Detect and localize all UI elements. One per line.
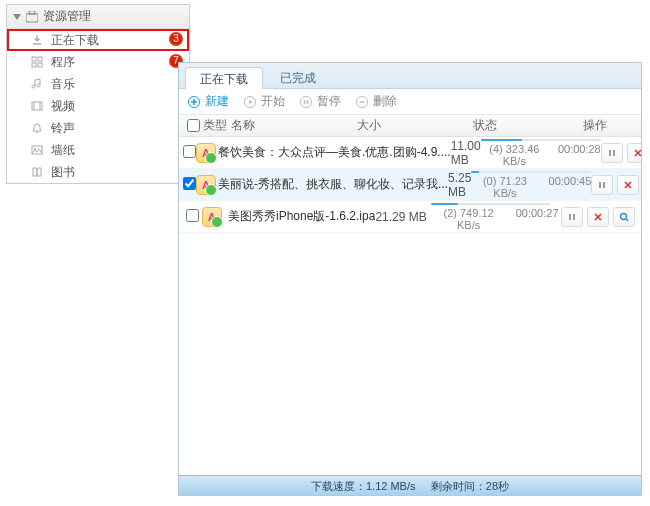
app-icon: A — [196, 175, 216, 195]
row-checkbox[interactable] — [183, 145, 196, 158]
sidebar-item[interactable]: 程序7 — [7, 51, 189, 73]
sidebar-item[interactable]: 音乐 — [7, 73, 189, 95]
toolbar: 新建 开始 暂停 删除 — [179, 89, 641, 115]
download-list: A餐饮美食：大众点评—美食.优惠.团购-4.9....11.00 MB(4) 3… — [179, 137, 641, 475]
svg-rect-2 — [32, 57, 36, 61]
col-status[interactable]: 状态 — [417, 117, 553, 134]
bell-icon — [29, 120, 45, 136]
sidebar-item[interactable]: 视频 — [7, 95, 189, 117]
svg-rect-1 — [29, 11, 35, 14]
svg-rect-0 — [26, 14, 38, 22]
sidebar-item-label: 音乐 — [51, 76, 75, 93]
sidebar-item[interactable]: 图书 — [7, 161, 189, 183]
film-icon — [29, 98, 45, 114]
play-icon — [243, 95, 257, 109]
image-icon — [29, 142, 45, 158]
svg-rect-3 — [38, 57, 42, 61]
sidebar-item-label: 视频 — [51, 98, 75, 115]
pause-label: 暂停 — [317, 93, 341, 110]
sidebar-item[interactable]: 墙纸 — [7, 139, 189, 161]
plus-icon — [187, 95, 201, 109]
column-headers: 类型 名称 大小 状态 操作 — [179, 115, 641, 137]
start-button[interactable]: 开始 — [243, 93, 285, 110]
select-all-checkbox[interactable] — [187, 119, 200, 132]
footer-speed-value: 1.12 MB/s — [366, 480, 416, 492]
tab-done[interactable]: 已完成 — [265, 66, 331, 88]
footer-remain-label: 剩余时间： — [431, 480, 486, 492]
download-icon — [29, 32, 45, 48]
footer-remain-value: 28秒 — [486, 480, 509, 492]
row-checkbox[interactable] — [186, 209, 199, 222]
pause-row-button[interactable] — [591, 175, 613, 195]
progress-bar — [471, 171, 591, 173]
music-icon — [29, 76, 45, 92]
cancel-row-button[interactable] — [617, 175, 639, 195]
row-status-text: (4) 323.46 KB/s00:00:28 — [481, 143, 601, 167]
col-type[interactable]: 类型 — [203, 117, 229, 134]
new-button[interactable]: 新建 — [187, 93, 229, 110]
resource-icon — [25, 10, 39, 24]
sidebar: 资源管理 正在下载3程序7音乐视频铃声墙纸图书 — [6, 4, 190, 184]
table-row[interactable]: A美图秀秀iPhone版-1.6.2.ipa21.29 MB(2) 749.12… — [179, 201, 641, 233]
download-window: 正在下载 已完成 新建 开始 暂停 删除 类型 名称 大小 状态 操作 A餐饮美… — [178, 62, 642, 496]
delete-button[interactable]: 删除 — [355, 93, 397, 110]
new-label: 新建 — [205, 93, 229, 110]
pause-row-button[interactable] — [601, 143, 623, 163]
footer-speed-label: 下载速度： — [311, 480, 366, 492]
pause-row-button[interactable] — [561, 207, 583, 227]
status-bar: 下载速度：1.12 MB/s 剩余时间：28秒 — [179, 475, 641, 495]
grid-icon — [29, 54, 45, 70]
table-row[interactable]: A餐饮美食：大众点评—美食.优惠.团购-4.9....11.00 MB(4) 3… — [179, 137, 641, 169]
book-icon — [29, 164, 45, 180]
table-row[interactable]: A美丽说-秀搭配、挑衣服、聊化妆、记录我...5.25 MB(0) 71.23 … — [179, 169, 641, 201]
sidebar-title: 资源管理 — [43, 8, 91, 25]
sidebar-item-label: 图书 — [51, 164, 75, 181]
progress-bar — [481, 139, 601, 141]
collapse-icon — [13, 14, 21, 20]
sidebar-header[interactable]: 资源管理 — [7, 5, 189, 29]
col-name[interactable]: 名称 — [229, 117, 357, 134]
row-checkbox[interactable] — [183, 177, 196, 190]
col-size[interactable]: 大小 — [357, 117, 417, 134]
tab-downloading[interactable]: 正在下载 — [185, 67, 263, 89]
pause-button[interactable]: 暂停 — [299, 93, 341, 110]
locate-row-button[interactable] — [613, 207, 635, 227]
app-icon: A — [202, 207, 222, 227]
sidebar-item-label: 铃声 — [51, 120, 75, 137]
cancel-row-button[interactable] — [587, 207, 609, 227]
row-status-text: (0) 71.23 KB/s00:00:45 — [471, 175, 591, 199]
svg-rect-4 — [32, 63, 36, 67]
svg-point-16 — [620, 213, 626, 219]
sidebar-item-label: 正在下载 — [51, 32, 99, 49]
svg-rect-5 — [38, 63, 42, 67]
svg-rect-13 — [360, 101, 365, 102]
app-icon: A — [196, 143, 216, 163]
start-label: 开始 — [261, 93, 285, 110]
row-name: 美图秀秀iPhone版-1.6.2.ipa — [228, 208, 375, 225]
row-size: 11.00 MB — [451, 139, 481, 167]
row-size: 21.29 MB — [375, 210, 431, 224]
pause-icon — [299, 95, 313, 109]
sidebar-item[interactable]: 铃声 — [7, 117, 189, 139]
svg-point-11 — [301, 96, 312, 107]
tabs: 正在下载 已完成 — [179, 63, 641, 89]
svg-rect-7 — [32, 146, 42, 154]
row-name: 餐饮美食：大众点评—美食.优惠.团购-4.9.... — [218, 144, 451, 161]
sidebar-item-label: 墙纸 — [51, 142, 75, 159]
sidebar-item[interactable]: 正在下载3 — [7, 29, 189, 51]
cancel-row-button[interactable] — [627, 143, 641, 163]
progress-bar — [431, 203, 551, 205]
delete-icon — [355, 95, 369, 109]
row-status-text: (2) 749.12 KB/s00:00:27 — [431, 207, 558, 231]
row-name: 美丽说-秀搭配、挑衣服、聊化妆、记录我... — [218, 176, 448, 193]
delete-label: 删除 — [373, 93, 397, 110]
badge: 3 — [169, 32, 183, 46]
sidebar-item-label: 程序 — [51, 54, 75, 71]
row-size: 5.25 MB — [448, 171, 471, 199]
col-ops[interactable]: 操作 — [553, 117, 637, 134]
